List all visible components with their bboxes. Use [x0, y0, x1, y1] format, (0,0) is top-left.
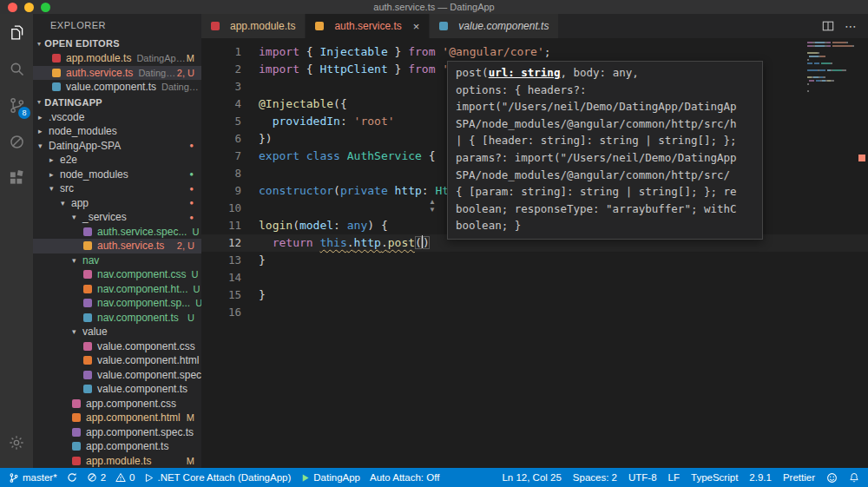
tree-folder[interactable]: ▾src● — [33, 181, 201, 196]
line-number[interactable]: 13 — [201, 252, 241, 269]
sidebar-title: EXPLORER — [33, 14, 201, 36]
status-encoding[interactable]: UTF-8 — [628, 472, 657, 483]
status-notifications[interactable] — [849, 472, 859, 483]
status-cursor-position[interactable]: Ln 12, Col 25 — [502, 472, 561, 483]
status-feedback[interactable] — [826, 472, 838, 484]
tree-folder[interactable]: ▸.vscode — [33, 110, 201, 125]
activity-extensions[interactable] — [0, 160, 33, 196]
tree-file[interactable]: app.component.css — [33, 397, 201, 411]
activity-settings[interactable] — [0, 424, 33, 461]
status-auto-attach[interactable]: Auto Attach: Off — [370, 472, 439, 483]
chevron-down-icon[interactable]: ▾ — [72, 327, 82, 336]
open-editor-item[interactable]: auth.service.tsDatingAp...2, U — [33, 66, 201, 81]
chevron-right-icon[interactable]: ▸ — [38, 127, 49, 135]
minimap[interactable] — [807, 42, 856, 97]
chevron-down-icon[interactable]: ▾ — [49, 184, 60, 193]
close-window-button[interactable] — [8, 3, 17, 12]
status-formatter[interactable]: Prettier — [783, 472, 815, 483]
line-number[interactable]: 15 — [201, 286, 241, 304]
line-number[interactable]: 12 — [201, 234, 241, 252]
activity-search[interactable] — [0, 50, 33, 87]
tree-file[interactable]: auth.service.spec...U — [33, 225, 201, 240]
token: : — [333, 219, 347, 232]
open-editors-section-header[interactable]: OPEN EDITORS — [33, 36, 201, 51]
tree-folder[interactable]: ▾app● — [33, 196, 201, 211]
minimize-window-button[interactable] — [24, 3, 34, 12]
ts-file-icon — [83, 385, 92, 393]
line-number[interactable]: 6 — [201, 130, 241, 148]
tree-file[interactable]: app.module.tsM — [33, 454, 201, 469]
line-number[interactable]: 16 — [201, 304, 241, 321]
maximize-window-button[interactable] — [41, 3, 50, 12]
tree-section-header[interactable]: DATINGAPP — [33, 95, 201, 110]
chevron-right-icon[interactable]: ▸ — [49, 170, 60, 179]
activity-source-control[interactable]: 8 — [0, 87, 33, 123]
activity-debug[interactable] — [0, 123, 33, 160]
line-number[interactable]: 1 — [201, 43, 241, 61]
tree-file[interactable]: app.component.htmlM — [33, 411, 201, 425]
tree-folder[interactable]: ▸node_modules — [33, 124, 201, 139]
tree-folder[interactable]: ▾nav — [33, 253, 201, 268]
tree-folder[interactable]: ▾_services● — [33, 210, 201, 225]
close-icon[interactable]: × — [413, 21, 420, 32]
status-indentation[interactable]: Spaces: 2 — [573, 472, 617, 483]
tree-file[interactable]: nav.component.tsU — [33, 311, 201, 326]
status-errors[interactable]: 2 — [87, 472, 106, 483]
chevron-down-icon[interactable]: ▾ — [61, 199, 71, 207]
tree-file[interactable]: value.component.spec... — [33, 368, 201, 383]
spec-file-icon — [83, 299, 92, 307]
code-editor[interactable]: 1import { Injectable } from '@angular/co… — [201, 38, 868, 468]
line-number[interactable]: 4 — [201, 95, 241, 113]
smiley-icon — [826, 472, 838, 484]
chevron-down-icon[interactable]: ▾ — [72, 256, 82, 265]
tree-file[interactable]: value.component.ts — [33, 382, 201, 397]
line-number[interactable]: 11 — [201, 217, 241, 234]
status-debug-config[interactable]: .NET Core Attach (DatingApp) — [144, 472, 291, 483]
tree-folder[interactable]: ▸node_modules● — [33, 168, 201, 182]
tree-file[interactable]: app.component.spec.ts — [33, 425, 201, 440]
status-eol[interactable]: LF — [668, 472, 680, 483]
overview-ruler[interactable] — [857, 38, 868, 468]
more-actions-icon[interactable]: ⋯ — [845, 19, 858, 33]
tree-file[interactable]: auth.service.ts2, U — [33, 239, 201, 253]
tree-folder[interactable]: ▾value — [33, 325, 201, 339]
line-number[interactable]: 9 — [201, 182, 241, 200]
tree-file[interactable]: app.component.ts — [33, 439, 201, 454]
branch-icon — [9, 472, 19, 484]
tree-folder[interactable]: ▸e2e — [33, 153, 201, 168]
chevron-down-icon[interactable]: ▾ — [72, 213, 82, 221]
open-editor-item[interactable]: app.module.tsDatingApp-...M — [33, 51, 201, 66]
overload-arrows[interactable]: ▲▼ — [429, 198, 436, 214]
open-editor-item[interactable]: value.component.tsDatingApp... — [33, 80, 201, 95]
status-language-mode[interactable]: TypeScript — [691, 472, 738, 483]
line-number[interactable]: 5 — [201, 113, 241, 130]
chevron-right-icon[interactable]: ▸ — [38, 113, 49, 122]
status-warnings[interactable]: 0 — [115, 472, 135, 483]
status-sync[interactable] — [67, 472, 77, 483]
line-number[interactable]: 2 — [201, 61, 241, 78]
token — [259, 115, 273, 128]
status-git-branch[interactable]: master* — [9, 472, 57, 484]
tree-file[interactable]: value.component.html — [33, 353, 201, 368]
chevron-down-icon[interactable]: ▾ — [38, 141, 49, 150]
line-number[interactable]: 14 — [201, 269, 241, 286]
tree-file[interactable]: value.component.css — [33, 339, 201, 354]
status-run-task[interactable]: DatingApp — [300, 472, 360, 483]
tab-auth-service-ts[interactable]: auth.service.ts× — [306, 14, 430, 38]
tree-file[interactable]: nav.component.sp...U — [33, 296, 201, 311]
activity-explorer[interactable] — [0, 14, 33, 50]
line-number[interactable]: 3 — [201, 78, 241, 95]
chevron-right-icon[interactable]: ▸ — [49, 155, 60, 164]
split-editor-icon[interactable] — [822, 20, 834, 32]
line-number[interactable]: 10 — [201, 200, 241, 217]
activity-bar-items: 8 — [0, 14, 33, 196]
tree-file[interactable]: nav.component.ht...U — [33, 282, 201, 297]
line-number[interactable]: 7 — [201, 148, 241, 165]
tree-file[interactable]: nav.component.cssU — [33, 267, 201, 282]
file-label: value.component.html — [97, 354, 199, 366]
tab-app-module-ts[interactable]: app.module.ts — [201, 14, 306, 38]
tab-value-component-ts[interactable]: value.component.ts — [430, 14, 559, 38]
status-ts-version[interactable]: 2.9.1 — [749, 472, 772, 483]
tree-folder[interactable]: ▾DatingApp-SPA● — [33, 139, 201, 154]
line-number[interactable]: 8 — [201, 165, 241, 182]
